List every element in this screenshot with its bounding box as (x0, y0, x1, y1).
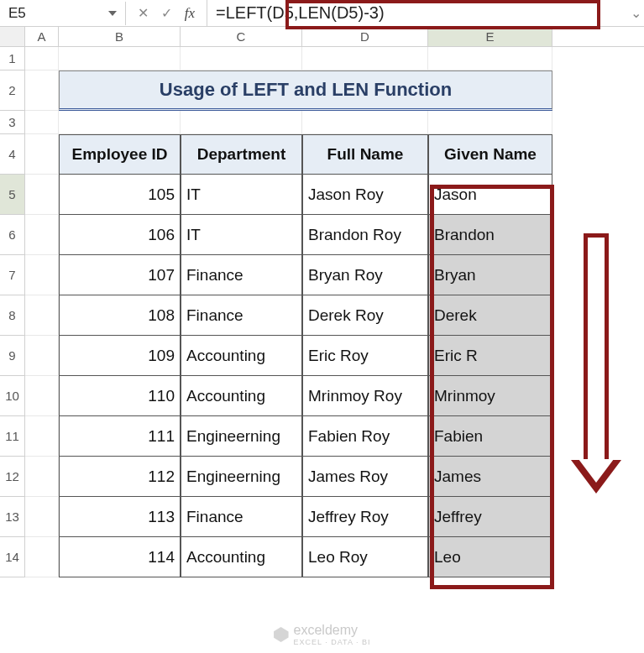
cell-empty[interactable] (25, 175, 59, 215)
cell-given-name[interactable]: Eric R (428, 336, 552, 376)
cell-given-name[interactable]: Derek (428, 295, 552, 336)
cell-B3[interactable] (59, 111, 181, 134)
cell-employee-id[interactable]: 107 (59, 255, 181, 295)
name-box[interactable]: E5 (0, 2, 126, 25)
cell-department[interactable]: Finance (181, 255, 302, 295)
col-header-B[interactable]: B (59, 27, 181, 46)
row-header[interactable]: 5 (0, 175, 25, 215)
table-row: 13113FinanceJeffrey RoyJeffrey (0, 497, 644, 537)
cell-E1[interactable] (428, 47, 552, 71)
cell-given-name[interactable]: Brandon (428, 215, 552, 255)
row-header[interactable]: 7 (0, 255, 25, 295)
cell-employee-id[interactable]: 108 (59, 295, 181, 336)
cell-employee-id[interactable]: 110 (59, 376, 181, 416)
row-header-3[interactable]: 3 (0, 111, 25, 134)
cell-department[interactable]: Accounting (181, 336, 302, 376)
cell-C1[interactable] (181, 47, 302, 71)
th-department[interactable]: Department (181, 134, 302, 175)
insert-function-icon[interactable]: fx (181, 5, 198, 22)
cell-empty[interactable] (25, 295, 59, 336)
cell-department[interactable]: Engineerning (181, 416, 302, 457)
col-header-C[interactable]: C (181, 27, 302, 46)
cell-empty[interactable] (25, 497, 59, 537)
row-header[interactable]: 6 (0, 215, 25, 255)
cell-department[interactable]: Finance (181, 497, 302, 537)
cell-full-name[interactable]: Jason Roy (302, 175, 428, 215)
cell-A1[interactable] (25, 47, 59, 71)
expand-formula-bar-icon[interactable]: ⌄ (627, 0, 644, 26)
cell-given-name[interactable]: Fabien (428, 416, 552, 457)
cell-department[interactable]: Accounting (181, 376, 302, 416)
col-header-D[interactable]: D (302, 27, 428, 46)
th-given-name[interactable]: Given Name (428, 134, 552, 175)
table-row: 14114AccountingLeo RoyLeo (0, 537, 644, 577)
col-header-A[interactable]: A (25, 27, 59, 46)
cell-empty[interactable] (25, 336, 59, 376)
row-header[interactable]: 11 (0, 416, 25, 457)
cell-full-name[interactable]: Mrinmoy Roy (302, 376, 428, 416)
cell-empty[interactable] (25, 537, 59, 577)
cell-empty[interactable] (25, 255, 59, 295)
cell-employee-id[interactable]: 113 (59, 497, 181, 537)
row-header-1[interactable]: 1 (0, 47, 25, 71)
data-rows: 5105ITJason RoyJason6106ITBrandon RoyBra… (0, 175, 644, 577)
cell-E3[interactable] (428, 111, 552, 134)
cell-C3[interactable] (181, 111, 302, 134)
cell-full-name[interactable]: Derek Roy (302, 295, 428, 336)
formula-input-wrap[interactable]: =LEFT(D5,LEN(D5)-3) (207, 0, 627, 26)
cell-A4[interactable] (25, 134, 59, 175)
cell-department[interactable]: IT (181, 215, 302, 255)
cell-D1[interactable] (302, 47, 428, 71)
cell-full-name[interactable]: Fabien Roy (302, 416, 428, 457)
cancel-formula-icon[interactable]: ✕ (134, 5, 151, 22)
cell-full-name[interactable]: Bryan Roy (302, 255, 428, 295)
cell-A2[interactable] (25, 71, 59, 111)
cell-full-name[interactable]: Brandon Roy (302, 215, 428, 255)
cell-D3[interactable] (302, 111, 428, 134)
cell-employee-id[interactable]: 109 (59, 336, 181, 376)
cell-given-name[interactable]: James (428, 457, 552, 497)
name-box-dropdown-icon[interactable] (108, 11, 117, 16)
cell-B1[interactable] (59, 47, 181, 71)
row-header-2[interactable]: 2 (0, 71, 25, 111)
formula-input[interactable]: =LEFT(D5,LEN(D5)-3) (216, 3, 385, 23)
cell-employee-id[interactable]: 112 (59, 457, 181, 497)
row-1: 1 (0, 47, 644, 71)
cell-department[interactable]: Finance (181, 295, 302, 336)
select-all-corner[interactable] (0, 27, 25, 46)
row-header[interactable]: 13 (0, 497, 25, 537)
cell-given-name[interactable]: Jason (428, 175, 552, 215)
th-full-name[interactable]: Full Name (302, 134, 428, 175)
row-header[interactable]: 14 (0, 537, 25, 577)
cell-full-name[interactable]: Leo Roy (302, 537, 428, 577)
cell-given-name[interactable]: Mrinmoy (428, 376, 552, 416)
cell-empty[interactable] (25, 215, 59, 255)
col-header-E[interactable]: E (428, 27, 552, 46)
cell-empty[interactable] (25, 457, 59, 497)
cell-employee-id[interactable]: 105 (59, 175, 181, 215)
row-header-4[interactable]: 4 (0, 134, 25, 175)
cell-empty[interactable] (25, 416, 59, 457)
cell-given-name[interactable]: Leo (428, 537, 552, 577)
cell-full-name[interactable]: Jeffrey Roy (302, 497, 428, 537)
row-header[interactable]: 12 (0, 457, 25, 497)
cell-given-name[interactable]: Jeffrey (428, 497, 552, 537)
cell-given-name[interactable]: Bryan (428, 255, 552, 295)
cell-employee-id[interactable]: 106 (59, 215, 181, 255)
watermark-sub: EXCEL · DATA · BI (294, 638, 371, 646)
cell-employee-id[interactable]: 111 (59, 416, 181, 457)
row-header[interactable]: 10 (0, 376, 25, 416)
th-employee-id[interactable]: Employee ID (59, 134, 181, 175)
cell-department[interactable]: IT (181, 175, 302, 215)
row-header[interactable]: 9 (0, 336, 25, 376)
accept-formula-icon[interactable]: ✓ (158, 5, 175, 22)
cell-A3[interactable] (25, 111, 59, 134)
table-title[interactable]: Usage of LEFT and LEN Function (59, 71, 552, 111)
cell-department[interactable]: Accounting (181, 537, 302, 577)
cell-full-name[interactable]: James Roy (302, 457, 428, 497)
cell-full-name[interactable]: Eric Roy (302, 336, 428, 376)
cell-department[interactable]: Engineerning (181, 457, 302, 497)
row-header[interactable]: 8 (0, 295, 25, 336)
cell-employee-id[interactable]: 114 (59, 537, 181, 577)
cell-empty[interactable] (25, 376, 59, 416)
